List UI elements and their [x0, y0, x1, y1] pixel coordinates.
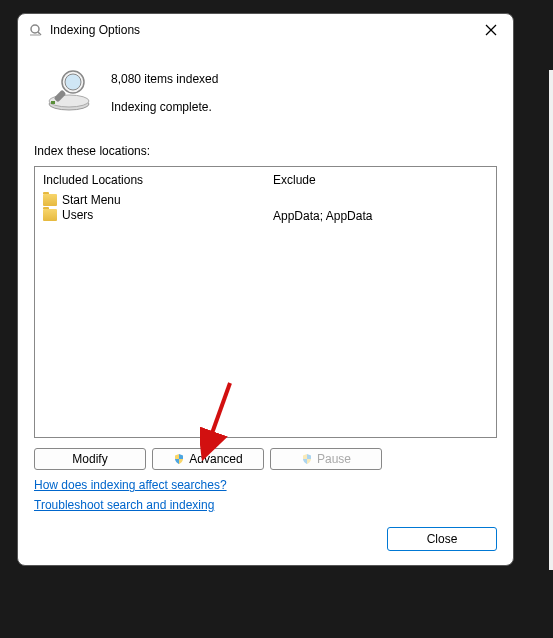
dialog-footer: Close: [34, 527, 497, 551]
folder-icon: [43, 209, 57, 221]
location-name: Users: [62, 208, 93, 222]
titlebar: Indexing Options: [18, 14, 513, 46]
status-section: 8,080 items indexed Indexing complete.: [34, 56, 497, 114]
pause-button: Pause: [270, 448, 382, 470]
included-column: Included Locations Start Menu Users: [35, 167, 265, 437]
locations-label: Index these locations:: [34, 144, 497, 158]
indexing-status-label: Indexing complete.: [111, 100, 218, 114]
troubleshoot-link[interactable]: Troubleshoot search and indexing: [34, 498, 214, 512]
modify-label: Modify: [72, 452, 107, 466]
included-header: Included Locations: [43, 173, 256, 187]
shield-icon: [301, 453, 313, 465]
advanced-button[interactable]: Advanced: [152, 448, 264, 470]
svg-rect-7: [51, 101, 55, 104]
list-item[interactable]: Start Menu: [43, 193, 256, 207]
exclude-value: AppData; AppData: [273, 209, 488, 223]
button-row: Modify Advanced: [34, 448, 497, 470]
svg-point-9: [65, 74, 81, 90]
pause-label: Pause: [317, 452, 351, 466]
exclude-header: Exclude: [273, 173, 488, 187]
advanced-label: Advanced: [189, 452, 242, 466]
dialog-content: 8,080 items indexed Indexing complete. I…: [18, 46, 513, 565]
close-icon: [485, 24, 497, 36]
close-label: Close: [427, 532, 458, 546]
svg-point-0: [31, 25, 39, 33]
close-dialog-button[interactable]: Close: [387, 527, 497, 551]
indexing-icon: [28, 22, 44, 38]
locations-listbox: Included Locations Start Menu Users Excl…: [34, 166, 497, 438]
drive-search-icon: [39, 66, 99, 114]
shield-icon: [173, 453, 185, 465]
modify-button[interactable]: Modify: [34, 448, 146, 470]
folder-icon: [43, 194, 57, 206]
location-name: Start Menu: [62, 193, 121, 207]
list-item[interactable]: Users: [43, 208, 256, 222]
items-indexed-label: 8,080 items indexed: [111, 72, 218, 86]
affect-link[interactable]: How does indexing affect searches?: [34, 478, 227, 492]
scrollbar-edge: [549, 70, 553, 570]
close-button[interactable]: [477, 16, 505, 44]
window-title: Indexing Options: [50, 23, 477, 37]
status-text: 8,080 items indexed Indexing complete.: [111, 66, 218, 114]
svg-rect-2: [30, 34, 40, 36]
indexing-options-dialog: Indexing Options 8,080 items inde: [17, 13, 514, 566]
exclude-column: Exclude AppData; AppData: [265, 167, 496, 437]
